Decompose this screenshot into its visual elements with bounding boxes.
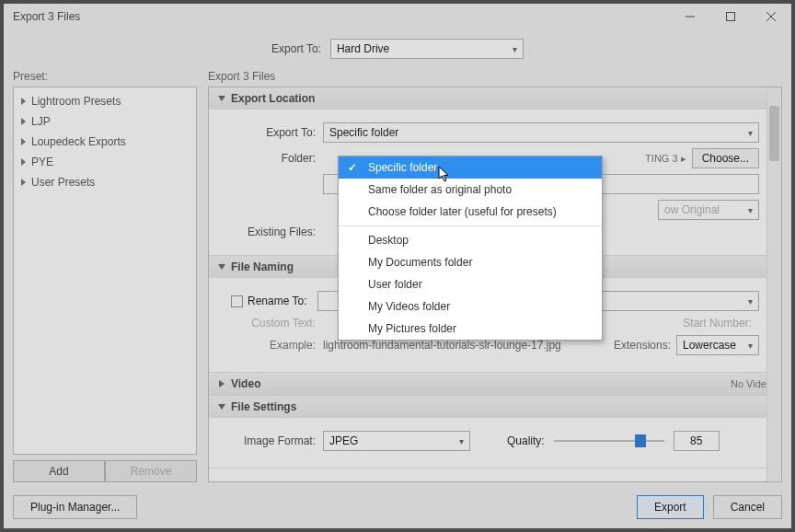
- preset-item[interactable]: PYE: [14, 152, 196, 172]
- chevron-down-icon: ▾: [459, 436, 464, 446]
- add-preset-button[interactable]: Add: [13, 460, 105, 482]
- footer: Plug-in Manager... Export Cancel: [4, 490, 791, 528]
- extensions-combo[interactable]: Lowercase ▾: [676, 335, 759, 355]
- disclosure-icon: [21, 179, 26, 186]
- dropdown-item[interactable]: Specific folder: [339, 156, 602, 179]
- dropdown-item[interactable]: My Videos folder: [339, 295, 602, 318]
- chevron-down-icon: ▾: [748, 128, 753, 138]
- export-button[interactable]: Export: [637, 495, 704, 519]
- disclosure-down-icon: [218, 264, 225, 270]
- dropdown-item[interactable]: My Documents folder: [339, 251, 602, 273]
- export-to-sub-combo[interactable]: Specific folder ▾: [323, 122, 759, 143]
- export-to-sub-label: Export To:: [231, 126, 323, 139]
- image-format-combo[interactable]: JPEG ▾: [323, 431, 470, 451]
- example-label: Example:: [231, 339, 323, 352]
- preset-item[interactable]: User Presets: [14, 172, 196, 192]
- extensions-label: Extensions:: [614, 339, 671, 352]
- folder-path-tail[interactable]: TING 3 ▸: [645, 153, 686, 165]
- export-to-dropdown[interactable]: Specific folder Same folder as original …: [338, 156, 603, 341]
- chevron-down-icon: ▾: [748, 341, 753, 351]
- svg-rect-1: [727, 13, 735, 21]
- disclosure-right-icon: [219, 380, 225, 387]
- custom-text-label: Custom Text:: [231, 317, 323, 330]
- titlebar: Export 3 Files: [4, 4, 791, 29]
- quality-slider[interactable]: [554, 432, 664, 450]
- preset-item[interactable]: Loupedeck Exports: [14, 132, 196, 152]
- preset-item[interactable]: Lightroom Presets: [14, 91, 196, 111]
- settings-label: Export 3 Files: [208, 70, 782, 83]
- minimize-button[interactable]: [670, 4, 710, 29]
- disclosure-down-icon: [218, 96, 225, 101]
- section-file-settings[interactable]: File Settings: [209, 396, 781, 418]
- rename-to-label: Rename To:: [248, 295, 306, 307]
- choose-folder-button[interactable]: Choose...: [692, 148, 759, 168]
- remove-preset-button[interactable]: Remove: [105, 460, 197, 482]
- disclosure-down-icon: [218, 404, 225, 410]
- image-format-label: Image Format:: [231, 434, 323, 447]
- cancel-button[interactable]: Cancel: [713, 495, 782, 519]
- export-window: Export 3 Files Export To: Hard Drive ▾ P…: [4, 4, 791, 528]
- preset-label: Preset:: [13, 70, 197, 83]
- close-button[interactable]: [751, 4, 791, 29]
- dropdown-item[interactable]: Desktop: [339, 229, 602, 251]
- folder-label: Folder:: [231, 152, 323, 165]
- disclosure-icon: [21, 158, 26, 166]
- quality-label: Quality:: [507, 434, 545, 447]
- dropdown-separator: [339, 226, 602, 226]
- dropdown-item[interactable]: Choose folder later (useful for presets): [339, 201, 602, 223]
- scrollbar[interactable]: [766, 87, 781, 481]
- chevron-down-icon: ▾: [748, 296, 753, 306]
- plugin-manager-button[interactable]: Plug-in Manager...: [13, 495, 137, 519]
- export-to-label: Export To:: [271, 42, 321, 55]
- disclosure-icon: [21, 98, 26, 105]
- below-original-combo[interactable]: ow Original ▾: [658, 200, 759, 220]
- window-title: Export 3 Files: [13, 10, 670, 23]
- start-number-label: Start Number:: [683, 317, 759, 330]
- dropdown-item[interactable]: Same folder as original photo: [339, 179, 602, 201]
- quality-input[interactable]: [674, 431, 720, 451]
- export-to-combo[interactable]: Hard Drive ▾: [330, 39, 524, 59]
- section-export-location[interactable]: Export Location: [209, 87, 781, 110]
- dropdown-item[interactable]: My Pictures folder: [339, 318, 602, 340]
- preset-panel: Preset: Lightroom Presets LJP Loupedeck …: [13, 70, 197, 482]
- rename-to-checkbox[interactable]: [231, 295, 243, 307]
- existing-files-label: Existing Files:: [231, 226, 323, 238]
- export-to-top-row: Export To: Hard Drive ▾: [4, 29, 791, 70]
- preset-list[interactable]: Lightroom Presets LJP Loupedeck Exports …: [13, 87, 197, 455]
- example-value: lightroom-fundamental-tutorials-slr-loun…: [323, 339, 561, 352]
- chevron-down-icon: ▾: [748, 205, 753, 215]
- maximize-button[interactable]: [710, 4, 751, 29]
- disclosure-icon: [21, 118, 26, 125]
- chevron-down-icon: ▾: [513, 44, 517, 54]
- disclosure-icon: [21, 138, 26, 145]
- dropdown-item[interactable]: User folder: [339, 273, 602, 295]
- cursor-icon: [438, 166, 451, 182]
- preset-item[interactable]: LJP: [14, 111, 196, 132]
- section-video[interactable]: Video No Video: [209, 373, 781, 395]
